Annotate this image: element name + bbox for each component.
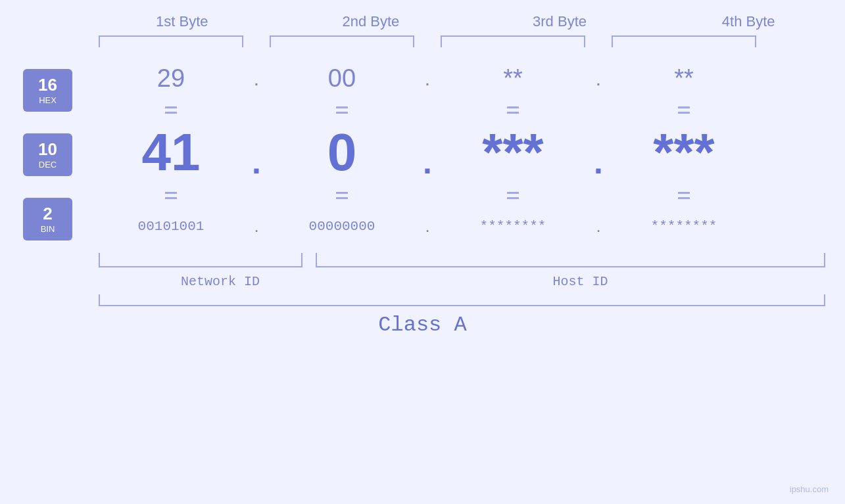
bin-row: 00101001 . 00000000 . ******** . *******… [99,205,825,248]
hex-row: 29 . 00 . ** . ** [99,57,825,100]
dec-badge-wrapper: 10 DEC [23,133,99,176]
id-gap [322,274,335,289]
full-bracket [99,294,825,306]
eq-bar [678,192,690,194]
eq-bar [165,112,177,114]
hex-b4: ** [612,64,756,93]
main-container: 1st Byte 2nd Byte 3rd Byte 4th Byte 16 H… [0,0,845,504]
hex-dot-3: . [585,68,612,90]
badge-column: 16 HEX 10 DEC 2 BIN [20,57,99,241]
eq-bar [507,192,519,194]
watermark: ipshu.com [790,484,829,494]
bin-b3: ******** [441,219,585,234]
hex-b1: 29 [99,64,243,93]
dec-badge: 10 DEC [23,133,72,176]
eq1-b3 [441,106,585,114]
spacer2 [23,176,99,195]
host-id-label: Host ID [335,274,825,289]
bottom-brackets [0,253,845,271]
bin-badge-num: 2 [43,204,52,224]
bin-b1: 00101001 [99,219,243,234]
eq-bar [165,106,177,108]
eq-bar [336,197,348,199]
eq2-b1 [99,192,243,199]
bin-b4: ******** [612,219,756,234]
id-spacer [20,274,118,289]
byte4-header: 4th Byte [676,13,821,30]
byte1-header: 1st Byte [110,13,254,30]
eq2-b4 [612,192,756,199]
eq-bar [165,197,177,199]
top-brackets [0,35,845,47]
hex-badge: 16 HEX [23,69,72,112]
full-bracket-wrapper [0,294,845,306]
eq-bar [678,197,690,199]
eq-bar [507,112,519,114]
spacer1 [23,112,99,130]
main-layout: 16 HEX 10 DEC 2 BIN [0,57,845,248]
dec-dot-3: . [585,143,612,181]
eq-bar [507,106,519,108]
eq1-b4 [612,106,756,114]
eq-bar [336,112,348,114]
eq-bar [165,192,177,194]
dec-b4: *** [612,126,756,179]
class-label: Class A [0,313,845,337]
hex-dot-1: . [243,68,270,90]
byte2-header: 2nd Byte [299,13,443,30]
bracket-top-4 [612,35,756,47]
eq-bar [678,112,690,114]
eq-bar [507,197,519,199]
hex-b2: 00 [270,64,414,93]
bin-badge: 2 BIN [23,198,72,241]
dec-dot-1: . [243,143,270,181]
dec-row: 41 . 0 . *** . *** [99,120,825,185]
dec-b1: 41 [99,126,243,179]
byte3-header: 3rd Byte [487,13,632,30]
hex-badge-num: 16 [38,75,57,95]
bin-badge-label: BIN [41,224,55,235]
id-labels: Network ID Host ID [0,274,845,289]
dec-b2: 0 [270,126,414,179]
dec-dot-2: . [414,143,441,181]
bracket-top-2 [270,35,414,47]
eq-bar [678,106,690,108]
bracket-top-1 [99,35,243,47]
hex-badge-wrapper: 16 HEX [23,69,99,112]
bin-dot-1: . [243,216,270,237]
eq2-b3 [441,192,585,199]
eq1-b1 [99,106,243,114]
bin-badge-wrapper: 2 BIN [23,198,99,241]
hex-dot-2: . [414,68,441,90]
byte-headers: 1st Byte 2nd Byte 3rd Byte 4th Byte [0,13,845,30]
dec-badge-label: DEC [39,160,57,170]
bracket-top-3 [441,35,585,47]
eq1-b2 [270,106,414,114]
bin-dot-2: . [414,216,441,237]
network-id-label: Network ID [118,274,322,289]
equals-row-2 [99,185,825,205]
hex-badge-label: HEX [39,95,57,106]
bin-b2: 00000000 [270,219,414,234]
eq-bar [336,192,348,194]
dec-badge-num: 10 [38,139,57,160]
eq2-b2 [270,192,414,199]
data-columns: 29 . 00 . ** . ** [99,57,825,248]
eq-bar [336,106,348,108]
hex-b3: ** [441,64,585,93]
dec-b3: *** [441,126,585,179]
equals-row-1 [99,100,825,120]
network-id-bracket [99,253,302,267]
bin-dot-3: . [585,216,612,237]
host-id-bracket [316,253,825,267]
